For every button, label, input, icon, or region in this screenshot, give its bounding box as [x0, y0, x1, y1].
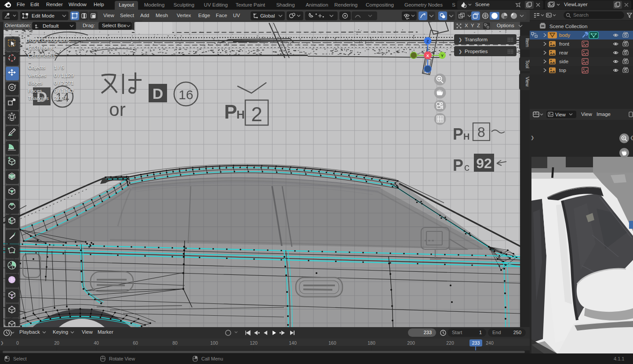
svg-text:220: 220 [446, 340, 454, 346]
svg-text:160: 160 [328, 340, 336, 346]
svg-text:P: P [453, 156, 463, 174]
svg-text:Right Orthographic: Right Orthographic [28, 37, 71, 43]
svg-text:60: 60 [133, 340, 138, 346]
svg-text:Vertices: Vertices [28, 73, 46, 78]
svg-text:H: H [236, 108, 245, 121]
svg-text:Search: Search [573, 12, 589, 18]
svg-text:140: 140 [289, 340, 297, 346]
svg-text:180: 180 [367, 340, 375, 346]
svg-text:Faces: Faces [28, 88, 42, 94]
svg-text:16: 16 [178, 87, 193, 102]
svg-text:8: 8 [477, 124, 485, 140]
svg-text:2,007: 2,007 [54, 96, 67, 101]
svg-text:20: 20 [54, 340, 59, 346]
svg-text:View: View [525, 77, 530, 87]
svg-text:Transform: Transform [465, 37, 487, 42]
svg-text:body: body [559, 32, 570, 38]
svg-text:0 / 1,142: 0 / 1,142 [54, 88, 74, 94]
svg-text:200: 200 [407, 340, 415, 346]
svg-text:2: 2 [251, 103, 262, 126]
svg-text:H: H [463, 132, 469, 141]
svg-text:Tool: Tool [525, 60, 530, 68]
svg-text:0 / 1,129: 0 / 1,129 [54, 73, 74, 78]
svg-text:92: 92 [476, 155, 492, 171]
svg-text:X: X [426, 53, 429, 58]
svg-text:100: 100 [210, 340, 218, 346]
svg-text:P: P [224, 101, 237, 123]
svg-text:Global: Global [260, 13, 275, 18]
svg-text:1 / 5: 1 / 5 [54, 65, 64, 70]
svg-text:Triangles: Triangles [28, 96, 49, 101]
svg-text:Objects: Objects [28, 65, 45, 70]
svg-text:side: side [559, 59, 568, 64]
svg-text:240: 240 [486, 340, 494, 346]
svg-text:❯: ❯ [458, 37, 462, 43]
svg-text:D: D [153, 85, 164, 102]
svg-text:Scene Collection: Scene Collection [549, 24, 587, 29]
svg-text:Z: Z [426, 39, 429, 43]
svg-text:Item: Item [525, 38, 530, 47]
svg-text:top: top [559, 68, 566, 73]
svg-text:120: 120 [250, 340, 258, 346]
svg-text:0 / 2,271: 0 / 2,271 [54, 80, 74, 86]
svg-text:Y: Y [441, 54, 444, 58]
svg-text:P: P [453, 125, 463, 143]
svg-text:front: front [559, 41, 570, 47]
svg-text:View: View [555, 112, 566, 117]
svg-text:40: 40 [94, 340, 99, 346]
svg-text:or: or [109, 99, 125, 120]
svg-text:Default: Default [43, 23, 59, 29]
svg-text:(233) body: (233) body [28, 45, 52, 50]
svg-text:Edges: Edges [28, 80, 43, 86]
svg-text:rear: rear [559, 50, 568, 55]
svg-text:c: c [464, 161, 469, 173]
svg-text:80: 80 [172, 340, 178, 346]
svg-text:0: 0 [16, 340, 19, 346]
svg-text:Properties: Properties [465, 49, 488, 54]
svg-text:Edit Mode: Edit Mode [32, 13, 55, 18]
svg-text:❯: ❯ [458, 49, 462, 54]
svg-text:Centimeters: Centimeters [28, 53, 55, 58]
